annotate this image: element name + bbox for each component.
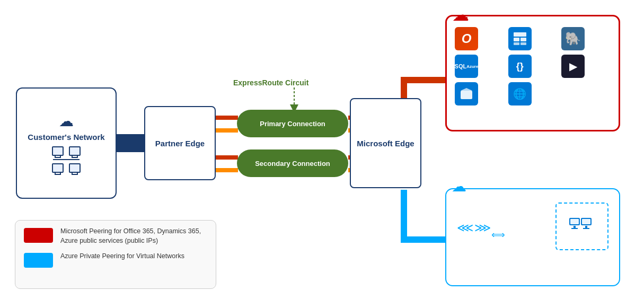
legend-color-blue [24,253,53,268]
legend-text-1: Microsoft Peering for Office 365, Dynami… [60,227,207,245]
primary-connection-pill: Primary Connection [237,110,348,137]
office-icon: O [455,27,478,50]
azure-private-cloud-icon: ☁ [452,178,466,195]
vm-icon [568,212,597,241]
partner-edge-box: Partner Edge [144,106,216,180]
svg-rect-5 [461,91,472,99]
legend-item-1: Microsoft Peering for Office 365, Dynami… [24,227,207,245]
dots-icon: ⋘⋙ [457,221,492,235]
cloud-icon: ☁ [59,112,74,130]
svg-rect-13 [585,226,587,228]
svg-rect-2 [521,38,526,41]
device-row-top [51,145,82,157]
red-arrow-horizontal [401,77,448,83]
monitor-icon-3 [52,163,64,173]
wire-secondary-bottom [216,168,238,172]
device-row-bottom [51,162,82,174]
svg-rect-1 [514,38,519,41]
legend-item-2: Azure Private Peering for Virtual Networ… [24,252,207,268]
ms-services-cloud-icon: ☁ [452,5,469,25]
customers-network-label: Customer's Network [28,132,104,143]
svg-marker-6 [461,88,472,91]
blue-arrow-vertical [401,190,407,243]
code-icon: {} [508,55,532,78]
svg-rect-9 [574,226,576,228]
svg-rect-0 [514,32,526,37]
expand-arrows-icon: ⟺ [491,229,505,241]
microsoft-edge-box: Microsoft Edge [350,98,421,188]
svg-rect-8 [570,219,579,224]
secondary-connection-label: Secondary Connection [255,160,330,168]
azure-private-box: ☁ ⋘⋙ ⟺ [445,188,620,286]
blue-wire-left [117,134,144,152]
network-devices [51,145,82,174]
table-storage-icon [508,27,532,50]
svg-rect-4 [521,42,526,45]
blue-arrow-horizontal [401,236,448,243]
legend-text-2: Azure Private Peering for Virtual Networ… [60,252,184,261]
globe-icon: 🌐 [508,82,532,105]
expressroute-circuit-label: ExpressRoute Circuit [233,78,308,87]
vm-dashed-box [555,203,608,250]
service-icons-grid: O 🐘 SQLAzure {} ▶ 🌐 [452,22,613,111]
monitor-icon-2 [69,146,81,156]
legend-box: Microsoft Peering for Office 365, Dynami… [15,220,216,289]
monitor-icon-1 [52,146,64,156]
wire-primary-bottom [216,128,238,133]
network-line [53,159,80,160]
partner-edge-label: Partner Edge [155,139,205,148]
svg-rect-3 [514,42,519,45]
sql-icon: SQLAzure [455,55,478,78]
diagram-container: ☁ Customer's Network Partner Edge Expres… [0,0,644,308]
ms-services-box: ☁ O 🐘 SQLAzure {} ▶ 🌐 [445,15,620,131]
svg-rect-14 [583,228,589,229]
customers-network-box: ☁ Customer's Network [16,87,117,199]
microsoft-edge-label: Microsoft Edge [357,139,414,148]
svg-rect-12 [582,219,590,224]
primary-connection-label: Primary Connection [260,120,325,128]
hdinsight-icon: 🐘 [561,27,585,50]
media-services-icon: ▶ [561,55,585,78]
wire-secondary-top [216,155,238,160]
legend-color-red [24,228,53,243]
monitor-icon-4 [69,163,81,173]
svg-rect-10 [571,228,578,229]
secondary-connection-pill: Secondary Connection [237,149,348,177]
wire-primary-top [216,116,238,120]
storage-icon [455,82,478,105]
